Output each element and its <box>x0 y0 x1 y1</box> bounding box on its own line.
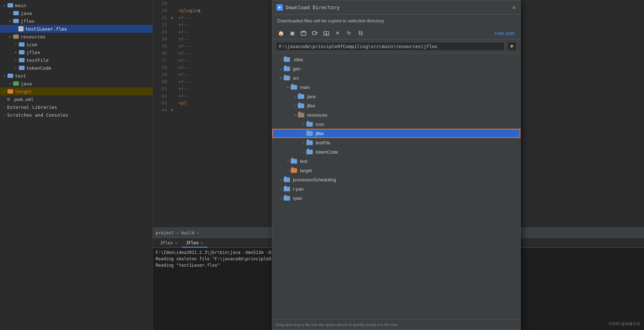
sidebar-item-scratches[interactable]: › Scratches and Consoles <box>0 111 152 119</box>
svg-rect-1 <box>312 32 316 34</box>
line-numbers: 29 30 31 32 33 34 35 36 37 38 39 40 41 4… <box>153 0 171 228</box>
expand-arrow: › <box>278 58 284 62</box>
sidebar-item-test1lexer[interactable]: ≡ test1Lexer.flex <box>0 25 152 33</box>
folder-icon <box>18 42 25 47</box>
dtree-item-tokencode[interactable]: › tokenCode <box>272 147 520 156</box>
folder-icon <box>298 94 305 99</box>
toolbar-folderlink-btn[interactable] <box>310 28 320 38</box>
sidebar-item-label: jflex <box>26 50 40 55</box>
breadcrumb: project › build › <box>156 230 199 235</box>
sidebar-item-test[interactable]: ▾ test <box>0 72 152 80</box>
sidebar-item-target[interactable]: › target <box>0 87 152 95</box>
expand-arrow: › <box>278 67 284 71</box>
toolbar-newfolder-btn[interactable] <box>299 28 308 38</box>
expand-arrow: › <box>301 122 306 126</box>
tab-close-btn[interactable]: × <box>201 241 203 245</box>
dialog-toolbar: 🏠 ▣ ✕ ↻ ⛓ Hide path <box>272 27 520 39</box>
sidebar-item-label: target <box>15 89 32 94</box>
sidebar-item-label: main <box>15 3 26 8</box>
sidebar-item-label: java <box>21 81 32 86</box>
tab-label: JFlex <box>186 240 199 245</box>
path-input[interactable] <box>276 42 505 51</box>
dtree-item-testfile[interactable]: › testFile <box>272 138 520 147</box>
dtree-item-rpan[interactable]: › r-pan <box>272 184 520 193</box>
toolbar-home-btn[interactable]: 🏠 <box>276 28 286 38</box>
dtree-label: icon <box>316 122 324 127</box>
sidebar-item-label: testFile <box>26 58 49 63</box>
folder-icon <box>7 89 14 94</box>
sidebar-item-label: pom.xml <box>14 97 34 102</box>
folder-icon <box>306 121 313 127</box>
expand-arrow: › <box>13 43 18 47</box>
expand-arrow: ▾ <box>285 85 291 89</box>
dialog-app-icon: ▶ <box>277 4 283 11</box>
dtree-item-icon[interactable]: › icon <box>272 119 520 129</box>
maven-icon: m <box>7 97 13 102</box>
dialog-file-tree[interactable]: › .idea › gen ▾ src ▾ <box>272 53 520 319</box>
dtree-item-src[interactable]: ▾ src <box>272 73 520 82</box>
tab-close-btn[interactable]: × <box>175 241 177 245</box>
toolbar-view-btn[interactable]: ▣ <box>287 28 297 38</box>
expand-arrow: ▾ <box>292 113 298 117</box>
dtree-item-gen[interactable]: › gen <box>272 64 520 73</box>
expand-arrow: ▾ <box>13 50 18 54</box>
toolbar-folderplus-btn[interactable] <box>321 28 331 38</box>
dtree-item-idea[interactable]: › .idea <box>272 55 520 64</box>
expand-arrow: › <box>278 178 284 182</box>
sidebar-item-ext-libs[interactable]: › External Libraries <box>0 103 152 111</box>
file-icon: ≡ <box>18 26 23 31</box>
sidebar-item-java[interactable]: › java <box>0 9 152 17</box>
dtree-item-jflex-selected[interactable]: › jflex <box>272 129 520 138</box>
sidebar-item-java-green[interactable]: › java <box>0 80 152 87</box>
sidebar-item-tokencode[interactable]: › tokenCode <box>0 64 152 72</box>
folder-icon <box>13 11 19 16</box>
path-dropdown-btn[interactable]: ▼ <box>507 42 517 51</box>
hide-path-button[interactable]: Hide path <box>493 30 517 37</box>
bookmark-column: ⊗ ⊗ <box>171 0 175 228</box>
expand-arrow: › <box>1 105 7 109</box>
toolbar-link-btn[interactable]: ⛓ <box>355 28 365 38</box>
sidebar-item-jflex2[interactable]: ▾ jflex <box>0 48 152 56</box>
dtree-label: jflex <box>307 103 315 108</box>
dtree-item-test[interactable]: › test <box>272 156 520 166</box>
sidebar-item-label: java <box>21 11 32 16</box>
dtree-item-rpan2[interactable]: › rpan <box>272 193 520 203</box>
folder-icon <box>291 167 298 173</box>
dtree-item-java[interactable]: › java <box>272 92 520 101</box>
dtree-item-processorscheduling[interactable]: › processorScheduling <box>272 175 520 184</box>
sidebar-item-label: Scratches and Consoles <box>7 112 68 118</box>
dialog-title-text: Download Directory <box>286 5 340 10</box>
sidebar-item-jflex[interactable]: ▾ jflex <box>0 17 152 25</box>
dtree-item-target[interactable]: › target <box>272 166 520 175</box>
expand-arrow: ▾ <box>7 19 13 23</box>
sidebar-item-testfile[interactable]: › testFile <box>0 56 152 64</box>
toolbar-delete-btn[interactable]: ✕ <box>333 28 343 38</box>
tab-jflex-2[interactable]: JFlex × <box>182 239 208 247</box>
dtree-label: test <box>300 159 307 164</box>
folder-icon <box>306 140 313 145</box>
sidebar-item-resources[interactable]: ▾ resources <box>0 33 152 41</box>
folder-icon <box>7 73 14 78</box>
expand-arrow: › <box>7 82 13 86</box>
dialog-bottom-hint: Drag and drop a file into the space abov… <box>272 319 520 330</box>
tab-jflex-1[interactable]: JFlex × <box>156 239 182 247</box>
sidebar-item-label: test1Lexer.flex <box>25 26 67 32</box>
sidebar-item-icon[interactable]: › icon <box>0 41 152 48</box>
dtree-item-main[interactable]: ▾ main <box>272 82 520 92</box>
dtree-item-jflex[interactable]: › jflex <box>272 101 520 110</box>
sidebar-item-label: resources <box>21 34 45 39</box>
dtree-item-resources[interactable]: ▾ resources <box>272 110 520 119</box>
dtree-label: resources <box>307 112 327 118</box>
folder-icon <box>13 34 19 39</box>
download-directory-dialog: ▶ Download Directory × Downloaded files … <box>272 0 521 330</box>
dialog-close-button[interactable]: × <box>512 4 516 11</box>
tab-label: JFlex <box>160 240 173 245</box>
expand-arrow: › <box>285 159 291 163</box>
sidebar-item-main[interactable]: ▾ main <box>0 1 152 9</box>
sidebar-item-pom[interactable]: m pom.xml <box>0 95 152 103</box>
toolbar-refresh-btn[interactable]: ↻ <box>344 28 354 38</box>
dialog-subtitle: Downloaded files will be copied to selec… <box>272 15 520 27</box>
dtree-label: target <box>300 168 312 173</box>
folder-icon <box>306 149 313 155</box>
dialog-title-left: ▶ Download Directory <box>277 4 340 11</box>
